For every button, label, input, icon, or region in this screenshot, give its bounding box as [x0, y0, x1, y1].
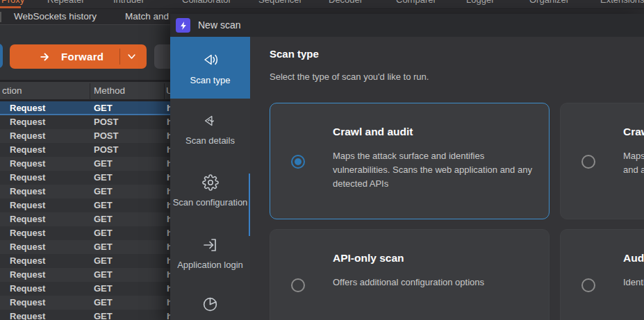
cell-method: GET [94, 158, 113, 169]
cell-action: Request [10, 186, 45, 196]
dialog-sidebar: Scan type Scan details Scan configuratio… [170, 37, 250, 320]
cell-action: Request [10, 103, 45, 113]
cell-action: Request [10, 228, 45, 238]
card-description: Offers additional configuration options [333, 276, 541, 289]
cell-action: Request [10, 172, 45, 183]
menu-tab-logger[interactable]: Logger [466, 0, 494, 6]
sidebar-item-scan-configuration[interactable]: Scan configuration [170, 160, 250, 222]
cell-action: Request [10, 117, 45, 127]
sidebar-item-label: Scan details [185, 135, 235, 146]
menu-tab-comparer[interactable]: Comparer [396, 0, 436, 6]
sidebar-item-scan-details[interactable]: Scan details [170, 99, 250, 160]
subtab-websockets-history[interactable]: WebSockets history [14, 11, 97, 22]
card-description-line: and a [623, 163, 644, 177]
cell-action: Request [10, 158, 45, 169]
cell-method: GET [94, 269, 113, 280]
column-header-direction[interactable]: ction [2, 85, 22, 96]
menu-tab-repeater[interactable]: Repeater [47, 0, 84, 6]
cell-action: Request [10, 130, 45, 141]
menu-tab-intruder[interactable]: Intruder [113, 0, 145, 6]
card-audit[interactable]: Audi Identi [560, 229, 644, 320]
active-tab-underline [0, 6, 21, 8]
menu-tab-proxy[interactable]: Proxy [1, 0, 24, 6]
card-crawl-and-audit[interactable]: Crawl and audit Maps the attack surface … [270, 103, 550, 219]
menu-tab-collaborator[interactable]: Collaborator [182, 0, 231, 6]
cell-method: GET [94, 283, 113, 294]
forward-split-divider [119, 49, 120, 65]
cell-action: Request [10, 200, 45, 210]
gear-icon [202, 174, 219, 191]
sidebar-item-scan-type[interactable]: Scan type [170, 37, 250, 99]
subtab-match-and-replace[interactable]: Match and [125, 11, 169, 22]
login-icon [202, 237, 219, 253]
sidebar-item-application-login[interactable]: Application login [170, 222, 250, 285]
cell-method: GET [94, 200, 113, 210]
main-menu-bar: Proxy Repeater Intruder Collaborator Seq… [0, 0, 644, 9]
scanner-lightning-icon [176, 18, 190, 33]
cell-method: GET [94, 186, 113, 196]
forward-button-label: Forward [61, 51, 104, 62]
card-description: Maps and a [623, 149, 644, 177]
sidebar-item-label: Scan type [190, 75, 231, 85]
cell-method: POST [94, 144, 118, 155]
pie-chart-icon [201, 296, 219, 313]
cell-method: GET [94, 172, 113, 183]
cell-action: Request [10, 255, 45, 266]
menu-tab-decoder[interactable]: Decoder [329, 0, 363, 6]
sidebar-item-label: Application login [177, 260, 243, 270]
radio-api-only-scan[interactable] [291, 278, 305, 292]
cell-action: Request [10, 269, 45, 280]
cell-method: GET [94, 214, 113, 224]
card-crawl[interactable]: Craw Maps and a [560, 103, 644, 219]
radio-crawl[interactable] [581, 155, 595, 169]
cell-method: GET [94, 297, 113, 308]
content-subheading: Select the type of scan you'd like to ru… [270, 71, 429, 82]
menu-tab-extensions[interactable]: Extensions [600, 0, 644, 6]
forward-arrow-icon [39, 51, 50, 62]
menu-tab-sequencer[interactable]: Sequencer [258, 0, 302, 6]
cell-action: Request [10, 311, 45, 320]
scan-type-cards: Crawl and audit Maps the attack surface … [270, 103, 644, 320]
cell-action: Request [10, 297, 45, 308]
forward-button[interactable]: Forward [10, 44, 147, 69]
cell-method: POST [94, 117, 118, 127]
cell-action: Request [10, 242, 45, 252]
cell-action: Request [10, 283, 45, 294]
cell-action: Request [10, 214, 45, 224]
new-scan-dialog: New scan Scan type Scan details Scan con… [170, 14, 644, 320]
column-divider[interactable] [90, 83, 90, 100]
scan-type-icon [201, 51, 220, 69]
dialog-header: New scan [170, 14, 644, 37]
card-description: Maps the attack surface and identifies v… [333, 149, 541, 191]
intercept-button-edge[interactable] [0, 44, 3, 68]
scan-details-icon [202, 112, 219, 129]
card-description: Identi [623, 276, 644, 289]
cell-method: POST [94, 130, 118, 141]
radio-audit[interactable] [581, 278, 595, 292]
column-divider[interactable] [164, 83, 165, 100]
cell-method: GET [94, 103, 113, 113]
card-api-only-scan[interactable]: API-only scan Offers additional configur… [270, 229, 550, 320]
dialog-title: New scan [198, 19, 240, 31]
cell-method: GET [94, 228, 113, 238]
column-header-method[interactable]: Method [94, 85, 125, 96]
content-heading: Scan type [270, 48, 319, 60]
cell-method: GET [94, 311, 113, 320]
card-title: Audi [623, 252, 644, 264]
card-title: Crawl and audit [333, 126, 413, 138]
cell-action: Request [10, 144, 45, 155]
radio-crawl-and-audit[interactable] [291, 155, 305, 169]
cell-method: GET [94, 255, 113, 266]
card-description-line: Maps [623, 149, 644, 163]
card-description-line: Identi [623, 276, 644, 289]
forward-dropdown-chevron-icon[interactable] [126, 51, 137, 62]
dialog-content: Scan type Select the type of scan you'd … [250, 37, 644, 320]
sidebar-item-resource-pool[interactable]: Resource [170, 285, 250, 320]
sidebar-item-label: Scan configuration [173, 197, 248, 208]
menu-tab-organizer[interactable]: Organizer [529, 0, 569, 6]
card-title: API-only scan [333, 252, 404, 264]
card-title: Craw [623, 126, 644, 138]
subtab-divider [0, 12, 1, 22]
cell-method: GET [94, 242, 113, 252]
